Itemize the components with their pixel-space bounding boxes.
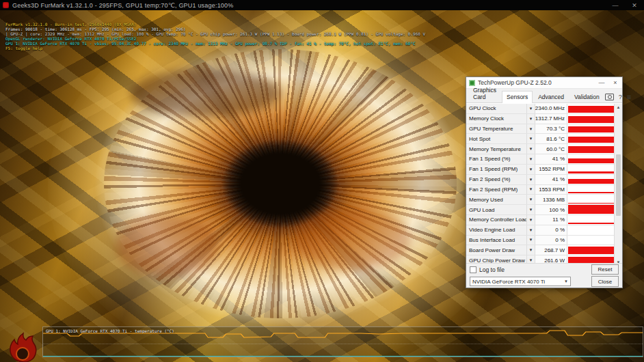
log-to-file-label: Log to file	[479, 266, 505, 273]
sensor-value: 1336 MB	[535, 195, 567, 204]
sensor-value: 1312.7 MHz	[535, 114, 567, 124]
sensor-row: Memory Controller Load▼11 %	[466, 215, 615, 225]
log-to-file-checkbox[interactable]	[470, 266, 477, 273]
sensor-row: Board Power Draw▼268.7 W	[466, 245, 615, 255]
sensor-bar	[568, 126, 614, 133]
tab-graphics-card[interactable]: Graphics Card	[468, 84, 501, 102]
tab-advanced[interactable]: Advanced	[533, 91, 569, 102]
chevron-down-icon: ▼	[564, 279, 570, 283]
sensor-options-chevron-icon[interactable]: ▼	[527, 114, 535, 124]
sensor-options-chevron-icon[interactable]: ▼	[527, 215, 535, 225]
sensor-name: Memory Clock	[466, 114, 527, 124]
sensor-value: 11 %	[535, 215, 567, 225]
furmark-logo: FURMARK	[1, 328, 45, 362]
sensor-history-graph	[567, 205, 615, 214]
tab-sensors[interactable]: Sensors	[502, 91, 533, 103]
sensor-bar	[568, 192, 614, 193]
sensor-bar	[568, 137, 614, 143]
osd-line: F5: toggle help	[5, 46, 425, 51]
graph-baseline	[43, 356, 643, 357]
gpuz-close-button[interactable]: Close	[591, 276, 619, 287]
sensor-history-graph	[567, 236, 615, 245]
furmark-window: Geeks3D FurMark v1.32.1.0 - 295FPS, GPU1…	[0, 0, 644, 362]
sensor-name: Memory Used	[466, 195, 527, 204]
gpuz-minimize-button[interactable]: —	[595, 79, 608, 86]
sensor-history-graph	[567, 104, 615, 113]
sensor-options-chevron-icon[interactable]: ▼	[527, 225, 535, 235]
sensor-options-chevron-icon[interactable]: ▼	[527, 154, 535, 164]
furmark-app-icon	[3, 2, 9, 8]
scrollbar[interactable]: ▲ ▼	[614, 104, 622, 266]
sensor-row: GPU Temperature▼70.3 °C	[466, 124, 615, 135]
sensor-value: 1553 RPM	[535, 185, 567, 195]
sensor-options-chevron-icon[interactable]: ▼	[527, 144, 535, 154]
iris-hot-patch-right	[294, 208, 410, 270]
gpuz-tab-bar: Graphics CardSensorsAdvancedValidation ?…	[466, 89, 622, 103]
sensor-bar	[568, 106, 614, 113]
iris-hot-patch-left	[116, 215, 219, 277]
sensor-options-chevron-icon[interactable]: ▼	[527, 104, 535, 113]
sensor-options-chevron-icon[interactable]: ▼	[527, 165, 535, 174]
sensor-bar	[568, 116, 614, 123]
osd-overlay: FurMark v1.32.1.0 - Burn-in test, 2560x1…	[5, 22, 425, 51]
sensor-options-chevron-icon[interactable]: ▼	[527, 124, 535, 134]
sensor-value: 0 %	[535, 225, 567, 235]
sensor-row: Fan 2 Speed (%)▼41 %	[466, 175, 615, 185]
titlebar: Geeks3D FurMark v1.32.1.0 - 295FPS, GPU1…	[0, 0, 644, 10]
sensor-list: GPU Clock▼2340.0 MHzMemory Clock▼1312.7 …	[466, 103, 622, 266]
scroll-up-icon[interactable]: ▲	[617, 104, 621, 111]
camera-icon[interactable]	[605, 94, 614, 100]
sensor-value: 41 %	[535, 154, 567, 164]
sensor-value: 70.3 °C	[535, 124, 567, 134]
sensor-row: Video Engine Load▼0 %	[466, 225, 615, 236]
reset-button[interactable]: Reset	[591, 264, 619, 275]
sensor-row: Hot Spot▼81.6 °C	[466, 134, 615, 144]
sensor-history-graph	[567, 134, 615, 143]
sensor-row: Bus Interface Load▼0 %	[466, 236, 615, 246]
osd-line: GPU 1: NVIDIA GeForce RTX 4070 Ti - vbio…	[5, 41, 425, 46]
sensor-bar	[568, 205, 614, 214]
temperature-graph-panel: GPU 1: NVIDIA GeForce RTX 4070 Ti - temp…	[42, 326, 643, 357]
minimize-button[interactable]: —	[606, 2, 625, 9]
menu-icon[interactable]: ≡	[627, 94, 631, 100]
sensor-value: 2340.0 MHz	[535, 104, 567, 113]
sensor-row: GPU Load▼100 %	[466, 205, 615, 215]
sensor-bar	[568, 171, 614, 173]
sensor-bar	[568, 179, 614, 184]
sensor-row: Memory Clock▼1312.7 MHz	[466, 114, 615, 124]
sensor-row: Fan 2 Speed (RPM)▼1553 RPM	[466, 185, 615, 195]
sensor-options-chevron-icon[interactable]: ▼	[527, 185, 535, 195]
sensor-history-graph	[567, 124, 615, 134]
gpuz-close-icon[interactable]: ×	[608, 79, 622, 86]
close-button[interactable]: ✕	[625, 2, 644, 9]
sensor-options-chevron-icon[interactable]: ▼	[527, 195, 535, 204]
sensor-row: GPU Clock▼2340.0 MHz	[466, 104, 615, 114]
sensor-name: Memory Controller Load	[466, 215, 527, 225]
sensor-row: Fan 1 Speed (RPM)▼1552 RPM	[466, 165, 615, 175]
sensor-name: Fan 1 Speed (%)	[466, 154, 527, 164]
sensor-name: Fan 2 Speed (%)	[466, 175, 527, 184]
sensor-row: Fan 1 Speed (%)▼41 %	[466, 154, 615, 165]
gpuz-window: TechPowerUp GPU-Z 2.52.0 — × Graphics Ca…	[466, 76, 623, 288]
scrollbar-thumb[interactable]	[616, 154, 621, 216]
gpu-select-dropdown[interactable]: NVIDIA GeForce RTX 4070 Ti ▼	[470, 277, 571, 286]
gpu-select-value: NVIDIA GeForce RTX 4070 Ti	[472, 279, 545, 285]
sensor-name: Fan 1 Speed (RPM)	[466, 165, 527, 174]
sensor-history-graph	[567, 185, 615, 195]
osd-line: OpenGL renderer: NVIDIA GeForce RTX 4070…	[5, 36, 425, 41]
tab-validation[interactable]: Validation	[569, 91, 604, 102]
sensor-history-graph	[567, 114, 615, 124]
sensor-options-chevron-icon[interactable]: ▼	[527, 245, 535, 255]
sensor-value: 0 %	[535, 236, 567, 245]
iris-dark-patch	[130, 69, 280, 117]
sensor-value: 1552 RPM	[535, 165, 567, 174]
sensor-options-chevron-icon[interactable]: ▼	[527, 175, 535, 184]
sensor-history-graph	[567, 165, 615, 174]
sensor-value: 60.0 °C	[535, 144, 567, 154]
sensor-history-graph	[567, 175, 615, 184]
sensor-options-chevron-icon[interactable]: ▼	[527, 205, 535, 214]
help-icon[interactable]: ?	[619, 94, 622, 100]
sensor-bar	[568, 146, 614, 153]
sensor-options-chevron-icon[interactable]: ▼	[527, 236, 535, 245]
sensor-options-chevron-icon[interactable]: ▼	[527, 134, 535, 143]
